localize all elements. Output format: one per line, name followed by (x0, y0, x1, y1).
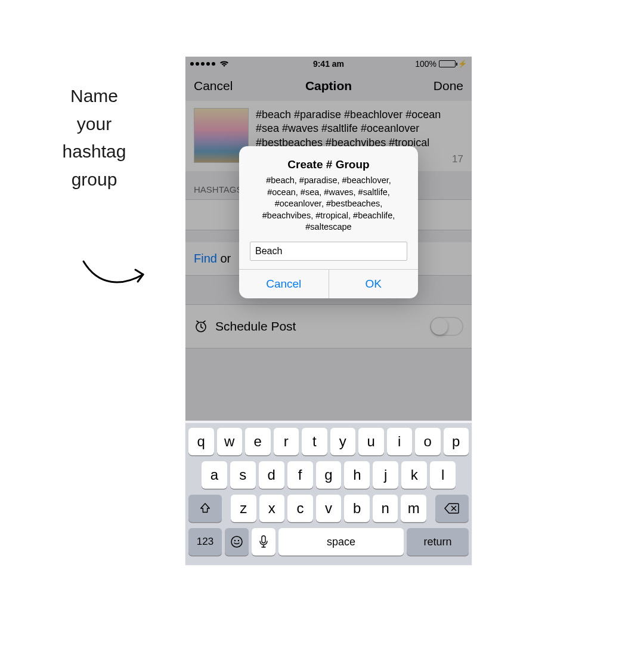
key-h[interactable]: h (344, 461, 370, 489)
key-v[interactable]: v (316, 495, 342, 522)
key-q[interactable]: q (188, 428, 214, 455)
create-group-modal: Create # Group #beach, #paradise, #beach… (239, 146, 418, 298)
svg-point-1 (231, 536, 242, 547)
key-z[interactable]: z (231, 495, 256, 522)
key-o[interactable]: o (415, 428, 441, 455)
annotation-line: group (35, 166, 154, 194)
group-name-input[interactable] (250, 242, 407, 261)
key-f[interactable]: f (287, 461, 313, 489)
key-l[interactable]: l (430, 461, 456, 489)
shift-key[interactable] (188, 495, 222, 522)
phone-frame: 9:41 am 100% ⚡ Cancel Caption Done #beac… (185, 57, 472, 565)
key-g[interactable]: g (316, 461, 342, 489)
key-b[interactable]: b (344, 495, 370, 522)
key-s[interactable]: s (230, 461, 256, 489)
return-key[interactable]: return (407, 528, 469, 555)
annotation-line: Name (35, 82, 154, 110)
key-j[interactable]: j (373, 461, 398, 489)
dictation-key[interactable] (252, 528, 275, 555)
key-d[interactable]: d (259, 461, 284, 489)
modal-cancel-button[interactable]: Cancel (239, 270, 329, 298)
key-p[interactable]: p (444, 428, 469, 455)
key-n[interactable]: n (373, 495, 398, 522)
modal-ok-button[interactable]: OK (329, 270, 419, 298)
key-u[interactable]: u (358, 428, 384, 455)
modal-title: Create # Group (250, 158, 407, 171)
key-m[interactable]: m (401, 495, 426, 522)
svg-point-3 (238, 540, 239, 541)
backspace-key[interactable] (435, 495, 469, 522)
key-y[interactable]: y (330, 428, 356, 455)
key-t[interactable]: t (302, 428, 327, 455)
annotation-label: Name your hashtag group (35, 82, 154, 193)
key-i[interactable]: i (387, 428, 413, 455)
numeric-key[interactable]: 123 (188, 528, 222, 555)
space-key[interactable]: space (278, 528, 404, 555)
key-w[interactable]: w (217, 428, 243, 455)
key-x[interactable]: x (259, 495, 285, 522)
annotation-line: your (35, 110, 154, 138)
key-c[interactable]: c (287, 495, 313, 522)
annotation-line: hashtag (35, 138, 154, 166)
modal-message: #beach, #paradise, #beachlover, #ocean, … (250, 175, 407, 233)
arrow-icon (80, 257, 152, 292)
svg-point-2 (234, 540, 236, 541)
svg-rect-4 (262, 536, 265, 543)
key-r[interactable]: r (274, 428, 299, 455)
key-a[interactable]: a (202, 461, 227, 489)
key-k[interactable]: k (401, 461, 427, 489)
keyboard: qwertyuiop asdfghjkl zxcvbnm 123 space r… (185, 423, 472, 565)
emoji-key[interactable] (225, 528, 249, 555)
key-e[interactable]: e (245, 428, 271, 455)
